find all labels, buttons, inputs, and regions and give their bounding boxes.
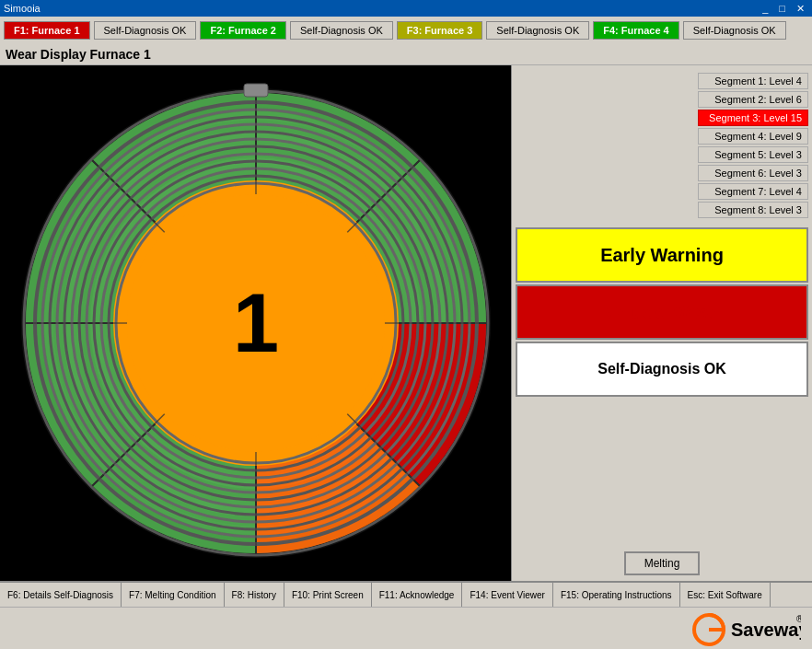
furnace-number: 1 xyxy=(232,277,278,369)
svg-rect-58 xyxy=(244,84,268,97)
segment-1-label: Segment 1: Level 4 xyxy=(698,73,808,89)
saveway-logo: Saveway ® xyxy=(690,611,801,648)
early-warning-text: Early Warning xyxy=(600,245,724,266)
melting-area: Melting xyxy=(512,546,812,581)
critical-wear-box: Critical Wear xyxy=(516,284,808,340)
minimize-btn[interactable]: _ xyxy=(759,3,771,15)
segment-row-2: Segment 2: Level 6 xyxy=(516,91,808,108)
fkey-f6[interactable]: F6: Details Self-Diagnosis xyxy=(0,583,122,607)
tab-diag1: Self-Diagnosis OK xyxy=(94,21,197,40)
tabbar: F1: Furnace 1 Self-Diagnosis OK F2: Furn… xyxy=(0,17,812,44)
titlebar: Simooia _ □ ✕ xyxy=(0,0,812,17)
tab-diag3: Self-Diagnosis OK xyxy=(486,21,589,40)
close-btn[interactable]: ✕ xyxy=(793,3,808,15)
early-warning-box: Early Warning xyxy=(516,227,808,283)
svg-text:®: ® xyxy=(796,614,801,624)
tab-f4[interactable]: F4: Furnace 4 xyxy=(593,21,679,40)
segment-2-label: Segment 2: Level 6 xyxy=(698,91,808,108)
maximize-btn[interactable]: □ xyxy=(775,3,789,15)
segment-row-6: Segment 6: Level 3 xyxy=(516,165,808,181)
segment-3-label: Segment 3: Level 15 xyxy=(698,110,808,126)
self-diagnosis-text: Self-Diagnosis OK xyxy=(597,361,726,377)
tab-f1[interactable]: F1: Furnace 1 xyxy=(4,21,90,40)
segment-list: Segment 1: Level 4 Segment 2: Level 6 Se… xyxy=(512,65,812,224)
furnace-display: 1 xyxy=(0,65,511,581)
fkey-f10[interactable]: F10: Print Screen xyxy=(284,583,372,607)
fkey-esc[interactable]: Esc: Exit Software xyxy=(680,583,771,607)
segment-row-8: Segment 8: Level 3 xyxy=(516,202,808,218)
fkey-f15[interactable]: F15: Operating Instructions xyxy=(553,583,680,607)
fkey-f7[interactable]: F7: Melting Condition xyxy=(122,583,225,607)
page-title: Wear Display Furnace 1 xyxy=(0,44,812,65)
segment-row-1: Segment 1: Level 4 xyxy=(516,73,808,89)
right-panel: Segment 1: Level 4 Segment 2: Level 6 Se… xyxy=(511,65,812,581)
tab-f2[interactable]: F2: Furnace 2 xyxy=(200,21,286,40)
function-key-bar: F6: Details Self-Diagnosis F7: Melting C… xyxy=(0,581,812,607)
logo-bar: Saveway ® xyxy=(0,607,812,649)
tab-f3[interactable]: F3: Furnace 3 xyxy=(397,21,483,40)
segment-row-7: Segment 7: Level 4 xyxy=(516,183,808,200)
tab-diag2: Self-Diagnosis OK xyxy=(290,21,393,40)
app-title: Simooia xyxy=(4,3,41,14)
furnace-svg: 1 xyxy=(12,79,500,567)
critical-wear-text: Critical Wear xyxy=(606,302,718,323)
segment-5-label: Segment 5: Level 3 xyxy=(698,146,808,163)
segment-row-4: Segment 4: Level 9 xyxy=(516,128,808,145)
self-diagnosis-box: Self-Diagnosis OK xyxy=(516,342,808,397)
segment-8-label: Segment 8: Level 3 xyxy=(698,202,808,218)
fkey-f8[interactable]: F8: History xyxy=(225,583,284,607)
segment-row-3: Segment 3: Level 15 xyxy=(516,110,808,126)
fkey-f11[interactable]: F11: Acknowledge xyxy=(372,583,463,607)
svg-text:Saveway: Saveway xyxy=(731,620,801,640)
segment-4-label: Segment 4: Level 9 xyxy=(698,128,808,145)
main-content: 1 Segment 1: Level 4 Segment 2: Level 6 … xyxy=(0,65,812,581)
segment-row-5: Segment 5: Level 3 xyxy=(516,146,808,163)
tab-diag4: Self-Diagnosis OK xyxy=(683,21,786,40)
status-boxes: Early Warning Critical Wear Self-Diagnos… xyxy=(512,224,812,546)
segment-7-label: Segment 7: Level 4 xyxy=(698,183,808,200)
melting-button[interactable]: Melting xyxy=(624,551,701,575)
segment-6-label: Segment 6: Level 3 xyxy=(698,165,808,181)
fkey-f14[interactable]: F14: Event Viewer xyxy=(462,583,553,607)
